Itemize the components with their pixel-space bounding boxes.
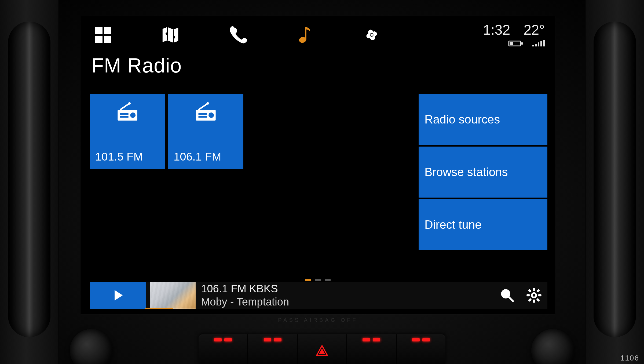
station-label: 106.1 FM KBKS [201, 283, 289, 295]
svg-line-23 [199, 103, 208, 110]
svg-line-17 [120, 103, 130, 110]
svg-rect-1 [104, 27, 111, 34]
browse-stations-button[interactable]: Browse stations [419, 147, 547, 198]
settings-button[interactable] [521, 282, 547, 309]
nav-icons [89, 23, 384, 47]
svg-point-18 [128, 102, 131, 105]
svg-point-24 [207, 102, 209, 105]
svg-rect-10 [510, 42, 513, 45]
svg-rect-32 [527, 294, 530, 296]
maps-icon[interactable] [158, 23, 182, 47]
svg-point-4 [166, 32, 168, 35]
page-dot[interactable] [325, 279, 331, 281]
climate-icon[interactable] [360, 23, 384, 47]
top-nav-bar: 1:32 22° [80, 16, 555, 51]
svg-rect-21 [120, 116, 129, 118]
svg-rect-3 [104, 36, 111, 43]
svg-point-19 [130, 112, 136, 118]
battery-icon [508, 39, 524, 48]
hazard-button[interactable] [298, 334, 347, 364]
page-title: FM Radio [80, 51, 555, 85]
signal-icon [532, 39, 545, 48]
direct-tune-button[interactable]: Direct tune [419, 199, 547, 250]
status-area: 1:32 22° [483, 22, 547, 48]
track-label: Moby - Temptation [201, 296, 289, 308]
music-icon[interactable] [292, 23, 317, 47]
svg-rect-12 [535, 44, 537, 46]
preset-label: 106.1 FM [174, 150, 221, 163]
right-trim [585, 0, 644, 364]
right-panel: Radio sources Browse stations Direct tun… [419, 94, 547, 250]
svg-rect-11 [532, 45, 534, 46]
svg-rect-33 [538, 294, 541, 296]
preset-label: 101.5 FM [95, 150, 143, 163]
svg-line-29 [508, 297, 513, 301]
airbag-label: PASS AIRBAG OFF [278, 317, 358, 323]
play-button[interactable] [90, 282, 146, 309]
svg-rect-15 [543, 40, 545, 46]
hw-button[interactable] [248, 334, 297, 364]
svg-rect-35 [536, 298, 540, 302]
hw-button[interactable] [397, 334, 445, 364]
dashboard-frame: 1:32 22° FM Radio [0, 0, 644, 364]
svg-point-7 [371, 34, 373, 36]
svg-rect-36 [536, 289, 540, 292]
svg-rect-34 [528, 289, 532, 292]
hw-button[interactable] [199, 334, 248, 364]
home-icon[interactable] [91, 23, 115, 47]
radio-icon [168, 102, 243, 123]
content-area: 101.5 FM 106.1 FM Radio sources Browse s… [90, 94, 547, 274]
svg-rect-31 [533, 300, 535, 303]
svg-rect-14 [540, 41, 542, 46]
clock: 1:32 [483, 22, 510, 38]
preset-tile-1[interactable]: 101.5 FM [90, 94, 165, 169]
svg-point-25 [208, 112, 214, 118]
now-playing-bar: 106.1 FM KBKS Moby - Temptation [90, 282, 547, 309]
radio-sources-button[interactable]: Radio sources [419, 94, 547, 145]
preset-tile-2[interactable]: 106.1 FM [168, 94, 243, 169]
corner-code: 1106 [620, 354, 639, 362]
album-art[interactable] [150, 282, 196, 309]
phone-icon[interactable] [225, 23, 250, 47]
temperature: 22° [524, 22, 545, 38]
track-info[interactable]: 106.1 FM KBKS Moby - Temptation [196, 282, 289, 309]
svg-rect-13 [538, 42, 539, 46]
svg-rect-30 [533, 288, 535, 291]
svg-rect-9 [521, 42, 523, 45]
svg-rect-0 [95, 27, 103, 34]
infotainment-screen: 1:32 22° FM Radio [80, 16, 555, 314]
page-dot[interactable] [305, 279, 311, 281]
svg-rect-26 [199, 113, 207, 115]
svg-rect-27 [199, 116, 207, 118]
hw-button[interactable] [347, 334, 396, 364]
left-trim [0, 0, 59, 364]
search-button[interactable] [494, 282, 521, 309]
button-strip [199, 334, 445, 364]
page-indicator [305, 279, 331, 281]
svg-point-5 [173, 36, 175, 39]
page-dot[interactable] [315, 279, 321, 281]
svg-rect-37 [528, 298, 532, 302]
svg-rect-20 [120, 113, 129, 115]
svg-rect-2 [95, 36, 103, 43]
radio-icon [90, 102, 165, 123]
